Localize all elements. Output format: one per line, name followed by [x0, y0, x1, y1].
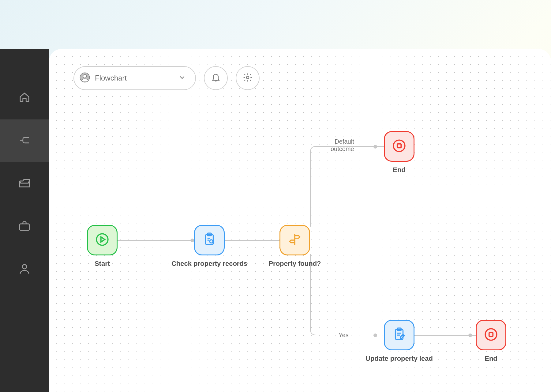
bell-icon: [211, 73, 221, 84]
svg-rect-14: [489, 333, 493, 337]
clipboard-edit-icon: [392, 327, 407, 343]
node-end-top[interactable]: End: [384, 131, 414, 174]
node-label: Check property records: [163, 260, 255, 268]
node-label: End: [476, 355, 506, 363]
node-label: Start: [72, 260, 133, 268]
stop-icon: [483, 327, 499, 343]
canvas-wrapper: Flowchart: [49, 49, 551, 392]
flow-icon: [18, 134, 31, 148]
node-update[interactable]: Update property lead: [353, 320, 445, 363]
toolbar: Flowchart: [73, 66, 260, 90]
node-label: Update property lead: [353, 355, 445, 363]
sidebar-item-folder[interactable]: [0, 162, 49, 205]
svg-point-13: [485, 329, 497, 340]
sidebar-item-user[interactable]: [0, 248, 49, 291]
check-node-box[interactable]: [194, 225, 225, 255]
edge-dot: [373, 145, 377, 149]
view-selector[interactable]: Flowchart: [73, 66, 196, 90]
update-node-box[interactable]: [384, 320, 414, 350]
chevron-down-icon: [178, 74, 186, 83]
node-decision[interactable]: Property found?: [253, 225, 336, 268]
notifications-button[interactable]: [204, 66, 228, 90]
play-icon: [95, 232, 110, 248]
avatar-icon: [80, 72, 90, 84]
edge-label-line1: Default outcome: [331, 138, 354, 153]
settings-button[interactable]: [236, 66, 260, 90]
node-label: End: [384, 166, 414, 174]
sidebar-item-flow[interactable]: [0, 119, 49, 162]
edge-dot: [468, 334, 472, 337]
svg-point-5: [96, 234, 108, 245]
svg-rect-0: [20, 224, 29, 230]
end-node-box[interactable]: [476, 320, 506, 350]
flowchart-canvas[interactable]: Flowchart: [49, 49, 551, 392]
sidebar-item-home[interactable]: [0, 77, 49, 119]
decision-node-box[interactable]: [279, 225, 310, 255]
user-icon: [18, 262, 31, 277]
svg-point-3: [83, 74, 86, 78]
clipboard-search-icon: [202, 232, 217, 248]
sidebar: [0, 49, 49, 392]
node-end-right[interactable]: End: [476, 320, 506, 363]
node-check[interactable]: Check property records: [163, 225, 255, 268]
edge-label-default: Default outcome: [331, 138, 354, 153]
node-start[interactable]: Start: [72, 225, 133, 268]
briefcase-icon: [18, 220, 31, 234]
node-label: Property found?: [253, 260, 336, 268]
svg-rect-10: [397, 144, 401, 148]
gear-icon: [243, 73, 253, 84]
svg-point-4: [246, 76, 249, 79]
sidebar-item-briefcase[interactable]: [0, 205, 49, 248]
folder-icon: [18, 177, 31, 191]
stop-icon: [392, 138, 407, 155]
signpost-icon: [287, 232, 302, 248]
home-icon: [18, 91, 31, 105]
edge-label-yes: Yes: [339, 331, 349, 339]
view-selector-label: Flowchart: [95, 74, 173, 82]
svg-point-9: [393, 140, 405, 152]
svg-point-1: [22, 265, 27, 269]
start-node-box[interactable]: [87, 225, 118, 255]
end-node-box[interactable]: [384, 131, 414, 162]
svg-point-8: [210, 240, 213, 243]
